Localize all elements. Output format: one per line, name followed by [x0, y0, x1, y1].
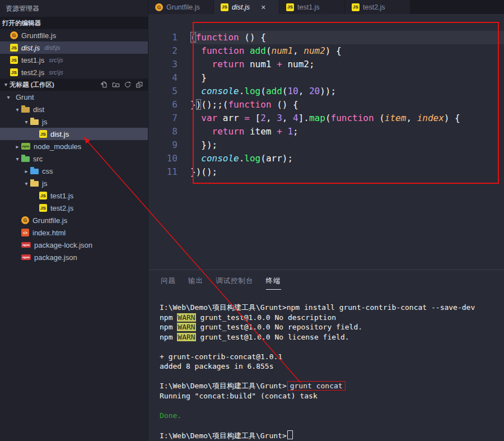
- folder-icon: [30, 119, 39, 125]
- file-name: Gruntfile.js: [21, 31, 56, 40]
- js-file-icon: JS: [286, 3, 294, 11]
- file-path: src\js: [49, 57, 63, 63]
- editor-tab[interactable]: JStest2.js: [345, 0, 410, 14]
- terminal-line: Running "concat:build" (concat) task: [160, 391, 502, 401]
- token: 10: [287, 86, 298, 96]
- js-file-icon: JS: [39, 204, 47, 212]
- vscode-window: 资源管理器 打开的编辑器 GGruntfile.jsJSdist.jsdist\…: [0, 0, 504, 441]
- line-number: 6: [148, 98, 190, 112]
- token: .: [239, 153, 245, 164]
- grunt-file-icon: G: [155, 3, 163, 11]
- token: add: [250, 45, 266, 56]
- code-editor[interactable]: 1(function () {2 function add(num1, num2…: [148, 14, 504, 270]
- panel-tab-终端[interactable]: 终端: [266, 276, 281, 290]
- line-number: 11: [148, 165, 190, 179]
- token: +: [277, 126, 282, 137]
- new-folder-icon[interactable]: [112, 81, 120, 89]
- token: 2: [260, 113, 266, 123]
- terminal-line: npm WARN grunt_test@1.0.0 No license fie…: [160, 332, 502, 342]
- open-editor-item[interactable]: JSdist.jsdist\js: [0, 41, 148, 54]
- tree-item[interactable]: <>index.html: [0, 226, 148, 239]
- open-editors-header[interactable]: 打开的编辑器: [0, 17, 148, 29]
- workspace-actions: [100, 81, 143, 89]
- folder-icon: [21, 156, 30, 162]
- open-editor-item[interactable]: JStest2.jssrc\js: [0, 66, 148, 78]
- chevron-down-icon: ▾: [2, 82, 10, 87]
- token: [190, 153, 201, 164]
- token: (: [325, 113, 331, 123]
- tab-label: Gruntfile.js: [166, 3, 200, 11]
- token: 1: [287, 126, 293, 137]
- js-file-icon: JS: [10, 56, 18, 64]
- editor-tab[interactable]: JSdist.js×: [214, 0, 279, 14]
- workspace-header[interactable]: ▾ 无标题 (工作区): [0, 78, 148, 91]
- tree-item-label: test2.js: [50, 204, 73, 212]
- line-number: 7: [148, 112, 190, 125]
- token: }: [190, 99, 196, 110]
- token: function: [331, 113, 374, 123]
- tree-item[interactable]: JStest2.js: [0, 202, 148, 214]
- tree-item[interactable]: ▾src: [0, 152, 148, 165]
- js-file-icon: JS: [39, 192, 47, 199]
- open-editor-item[interactable]: GGruntfile.js: [0, 29, 148, 41]
- terminal-text: I:\Web\Demo\项目构建工具\Grunt>: [160, 431, 287, 440]
- token: num1: [272, 45, 293, 56]
- tree-item[interactable]: ▸npmnode_modules: [0, 140, 148, 152]
- open-editor-item[interactable]: JStest1.jssrc\js: [0, 54, 148, 66]
- tree-item[interactable]: npmpackage.json: [0, 251, 148, 263]
- tree-item[interactable]: ▸css: [0, 165, 148, 177]
- terminal-text: WARN: [177, 313, 195, 322]
- tree-item[interactable]: JSdist.js: [0, 128, 148, 140]
- line-number: 9: [148, 138, 190, 152]
- code-text: var arr = [2, 3, 4].map(function (item, …: [190, 112, 504, 125]
- new-file-icon[interactable]: [100, 81, 108, 89]
- tree-item[interactable]: ▾dist: [0, 103, 148, 115]
- token: num2: [304, 45, 325, 56]
- tab-label: dist.js: [232, 3, 250, 11]
- terminal-text: Done.: [160, 411, 181, 420]
- explorer-title: 资源管理器: [0, 0, 148, 17]
- code-text: console.log(add(10, 20));: [190, 85, 504, 98]
- tree-item[interactable]: GGruntfile.js: [0, 214, 148, 226]
- close-icon[interactable]: ×: [261, 3, 265, 12]
- token: [244, 45, 250, 56]
- token: return: [212, 126, 245, 137]
- tree-item[interactable]: ▾js: [0, 115, 148, 128]
- line-number: 3: [148, 58, 190, 71]
- refresh-icon[interactable]: [124, 81, 132, 89]
- editor-tab[interactable]: JStest1.js: [279, 0, 345, 14]
- editor-group: GGruntfile.jsJSdist.js×JStest1.jsJStest2…: [148, 0, 504, 270]
- tree-item-label: src: [33, 155, 43, 163]
- panel-tabbar: 问题输出调试控制台终端: [148, 270, 504, 290]
- token: function: [196, 32, 239, 43]
- terminal-line: added 8 packages in 6.855s: [160, 361, 502, 372]
- chevron-down-icon: ▾: [13, 156, 21, 162]
- tree-item[interactable]: JStest1.js: [0, 189, 148, 202]
- terminal-line: + grunt-contrib-concat@1.0.1: [160, 352, 502, 362]
- terminal-text: npm: [160, 333, 177, 341]
- token: ,: [282, 113, 293, 123]
- tree-item[interactable]: ▾Grunt: [0, 91, 148, 103]
- code-text: return num1 + num2;: [190, 58, 504, 71]
- terminal[interactable]: I:\Web\Demo\项目构建工具\Grunt>npm install gru…: [160, 303, 502, 440]
- token: });: [190, 140, 217, 150]
- token: arr: [217, 113, 244, 123]
- token: .: [239, 86, 245, 96]
- terminal-text: grunt_test@1.0.0 No repository field.: [196, 323, 362, 331]
- tree-item[interactable]: ▾js: [0, 177, 148, 189]
- editor-tab[interactable]: GGruntfile.js: [148, 0, 214, 14]
- token: [190, 86, 201, 96]
- terminal-text: grunt_test@1.0.0 No description: [196, 313, 336, 322]
- token: );: [282, 153, 293, 164]
- js-file-icon: JS: [352, 3, 360, 11]
- panel-tab-问题[interactable]: 问题: [161, 276, 176, 290]
- panel-tab-输出[interactable]: 输出: [188, 276, 203, 290]
- token: num2;: [282, 59, 315, 69]
- code-line: 4 }: [148, 71, 504, 85]
- panel-tab-调试控制台[interactable]: 调试控制台: [216, 276, 254, 290]
- token: console: [201, 153, 239, 164]
- line-number: 5: [148, 85, 190, 98]
- terminal-line: [160, 372, 502, 382]
- collapse-all-icon[interactable]: [136, 81, 143, 89]
- tree-item[interactable]: npmpackage-lock.json: [0, 239, 148, 251]
